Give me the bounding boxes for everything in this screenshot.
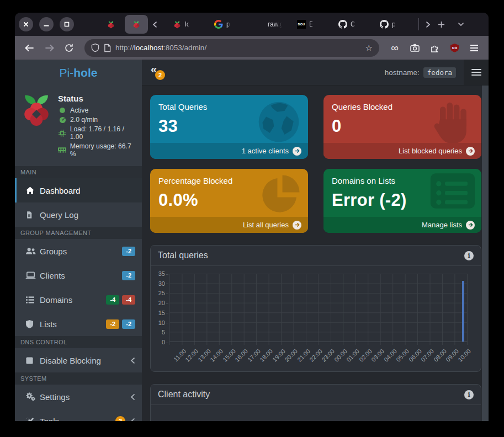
browser-tab[interactable]: DOU E <box>292 15 333 34</box>
stat-card-queries-blocked[interactable]: Queries Blocked 0 List blocked queries <box>323 95 481 159</box>
forward-button[interactable] <box>40 39 58 57</box>
x-tick-label: 17:00 <box>246 348 262 363</box>
dashboard-content: Total Queries 33 1 active clients Querie… <box>142 86 489 421</box>
sidebar-collapse-button[interactable]: «2 <box>151 63 167 82</box>
browser-tab[interactable]: raw.g <box>251 15 292 34</box>
info-icon[interactable]: i <box>464 390 474 399</box>
sidebar-item-label: Dashboard <box>40 186 80 195</box>
reload-button[interactable] <box>60 39 78 57</box>
pihole-menu-button[interactable] <box>464 60 489 85</box>
hostname-value: fedora <box>423 67 456 78</box>
chevR-icon <box>426 21 431 28</box>
bookmark-star-icon[interactable]: ☆ <box>365 44 373 52</box>
card-title: Total Queries <box>158 102 300 111</box>
back-button[interactable] <box>20 39 38 57</box>
chevron-left-icon <box>130 393 135 401</box>
sidebar-item-query-log[interactable]: Query Log <box>15 202 142 227</box>
sidebar-item-dashboard[interactable]: Dashboard <box>15 178 142 202</box>
pihole-favicon <box>173 20 182 29</box>
browser-menu-button[interactable] <box>465 39 483 57</box>
window-minimize-button[interactable] <box>39 17 54 31</box>
screenshot-camera-icon[interactable] <box>406 39 423 57</box>
card-footer-link[interactable]: List blocked queries <box>323 143 481 159</box>
sidebar-section-header: DNS CONTROL <box>15 336 142 348</box>
site-info-icon[interactable] <box>104 44 111 52</box>
card-footer-link[interactable]: Manage lists <box>323 217 481 233</box>
status-text: Active <box>70 106 88 114</box>
arrow-circle-icon <box>293 221 301 230</box>
sidebar-item-label: Groups <box>40 247 67 256</box>
x-tick-label: 04:00 <box>383 348 398 363</box>
sidebar-item-disable-blocking[interactable]: Disable Blocking <box>15 348 142 372</box>
active-tab-pihole[interactable] <box>125 15 148 34</box>
card-footer-link[interactable]: List all queries <box>150 217 308 233</box>
x-tick-label: 11:00 <box>172 348 187 363</box>
sidebar-item-lists[interactable]: Lists-2-2 <box>15 312 142 336</box>
chevL-icon <box>152 21 157 28</box>
browser-window: lo p raw.g DOU E C p <box>15 13 489 421</box>
memory-status-icon <box>58 147 67 153</box>
y-axis-labels: 35302520151050 <box>154 274 169 342</box>
browser-tab[interactable]: C <box>333 15 375 34</box>
info-icon[interactable]: i <box>464 251 474 260</box>
new-tab-button[interactable] <box>434 15 448 34</box>
tab-title: p <box>392 20 396 28</box>
scroll-tabs-left-button[interactable] <box>148 15 161 34</box>
x-tick-label: 13:00 <box>197 348 212 363</box>
arrow-circle-icon <box>466 147 475 156</box>
card-value: 0.0% <box>158 190 300 210</box>
status-panel: Status Active2.0 q/minLoad: 1.76 / 1.16 … <box>15 86 142 166</box>
dou-favicon: DOU <box>297 20 306 29</box>
sidebar-section-header: MAIN <box>15 166 142 178</box>
google-favicon <box>214 20 223 29</box>
sidebar-item-clients[interactable]: Clients-2 <box>15 263 142 287</box>
sidebar-section-header: SYSTEM <box>15 372 142 385</box>
card-footer-link[interactable]: 1 active clients <box>150 143 308 159</box>
x-tick-label: 22:00 <box>308 348 323 363</box>
tools-icon <box>25 417 40 422</box>
chevD-icon <box>458 22 464 26</box>
stat-card-domains-on-lists[interactable]: Domains on Lists Error (-2) Manage lists <box>323 169 481 233</box>
sidebar-item-label: Settings <box>40 392 70 402</box>
ublock-origin-icon[interactable]: UO <box>445 39 463 57</box>
query-bar[interactable] <box>462 281 464 342</box>
page-scrollbar[interactable] <box>482 86 489 421</box>
ublock-icon: UO <box>450 43 459 52</box>
url-bar[interactable]: http://localhost:8053/admin/ ☆ <box>84 39 379 57</box>
stat-card-total-queries[interactable]: Total Queries 33 1 active clients <box>150 95 308 159</box>
puzzle-icon <box>430 43 439 52</box>
x-tick-label: 01:00 <box>345 348 360 363</box>
tab-title: lo <box>185 20 190 28</box>
sidebar-item-domains[interactable]: Domains-4-4 <box>15 287 142 312</box>
x-tick-label: 06:00 <box>407 348 423 363</box>
sidebar-item-label: Domains <box>40 295 72 305</box>
window-close-button[interactable] <box>19 17 33 31</box>
sidebar-item-tools[interactable]: Tools2 <box>15 409 142 421</box>
browser-tab[interactable]: lo <box>168 15 209 34</box>
sidebar-item-settings[interactable]: Settings <box>15 385 142 409</box>
browser-tab[interactable]: p <box>209 15 251 34</box>
window-maximize-button[interactable] <box>60 17 74 31</box>
panel-title: Client activity <box>158 390 210 399</box>
account-mask-icon[interactable]: ∞ <box>386 39 404 57</box>
stat-card-percentage-blocked[interactable]: Percentage Blocked 0.0% List all queries <box>150 169 308 233</box>
pinned-tab-pihole[interactable] <box>103 15 119 34</box>
x-tick-label: 08:00 <box>432 348 448 363</box>
tab-list: lo p raw.g DOU E C p <box>168 15 416 34</box>
scroll-tabs-right-button[interactable] <box>421 15 434 34</box>
count-badge: -4 <box>122 295 135 305</box>
list-tabs-button[interactable] <box>454 15 468 34</box>
gears-icon <box>25 392 40 402</box>
count-badge: -2 <box>122 319 135 329</box>
cpu-status-icon <box>58 130 67 137</box>
sidebar-item-groups[interactable]: Groups-2 <box>15 239 142 263</box>
maximize-icon <box>64 22 70 27</box>
status-text: Load: 1.76 / 1.16 / 1.00 <box>70 125 137 141</box>
menu-icon <box>470 44 479 52</box>
tracking-protection-icon[interactable] <box>91 43 99 52</box>
x-tick-label: 20:00 <box>283 348 299 363</box>
extensions-puzzle-icon[interactable] <box>426 39 443 57</box>
browser-tab[interactable]: p <box>375 15 416 34</box>
panel-title: Total queries <box>158 251 208 260</box>
pihole-icon <box>132 20 141 29</box>
